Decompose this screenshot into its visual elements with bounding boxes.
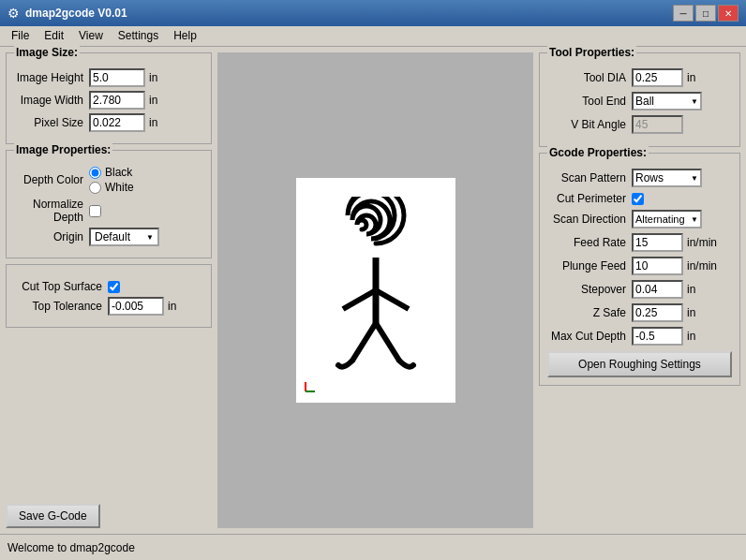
status-text: Welcome to dmap2gcode: [7, 541, 135, 554]
image-height-label: Image Height: [14, 71, 89, 84]
plunge-feed-unit: in/min: [687, 259, 717, 273]
center-canvas: [217, 52, 533, 528]
axes-indicator: [304, 375, 322, 393]
depth-color-black-radio[interactable]: [89, 167, 101, 179]
menu-bar: File Edit View Settings Help: [0, 26, 746, 47]
scan-pattern-value: Rows: [635, 171, 664, 184]
image-height-unit: in: [149, 71, 157, 84]
depth-color-white-label: White: [105, 181, 134, 194]
tool-end-arrow-icon: ▼: [691, 97, 698, 106]
svg-line-2: [343, 290, 376, 309]
menu-file[interactable]: File: [4, 28, 37, 44]
max-cut-depth-unit: in: [687, 330, 695, 343]
tool-end-select[interactable]: Ball ▼: [632, 92, 702, 111]
depth-color-black-label: Black: [105, 166, 132, 179]
tool-dia-label: Tool DIA: [547, 71, 632, 84]
scan-pattern-select[interactable]: Rows ▼: [632, 169, 702, 187]
tool-dia-input[interactable]: [632, 68, 683, 87]
feed-rate-label: Feed Rate: [547, 236, 632, 249]
top-tolerance-label: Top Tolerance: [14, 300, 108, 313]
stepover-input[interactable]: [632, 280, 683, 299]
scan-direction-select[interactable]: Alternating ▼: [632, 210, 702, 228]
image-width-input[interactable]: [89, 91, 145, 110]
tool-properties-label: Tool Properties:: [547, 46, 636, 59]
feed-rate-unit: in/min: [687, 236, 717, 249]
origin-select[interactable]: Default ▼: [89, 228, 159, 246]
pixel-size-label: Pixel Size: [14, 116, 89, 129]
save-gcode-button[interactable]: Save G-Code: [6, 504, 100, 528]
vbit-angle-input[interactable]: [632, 115, 683, 134]
image-height-input[interactable]: [89, 68, 145, 87]
gcode-properties-group: Gcode Properties: Scan Pattern Rows ▼ Cu…: [539, 153, 740, 386]
status-bar: Welcome to dmap2gcode: [0, 534, 746, 560]
svg-line-5: [376, 323, 399, 361]
origin-value: Default: [95, 230, 130, 243]
vbit-angle-label: V Bit Angle: [547, 118, 632, 131]
top-tolerance-unit: in: [168, 300, 176, 313]
cut-top-surface-group: Cut Top Surface Top Tolerance in: [6, 264, 212, 328]
feed-rate-input[interactable]: [632, 233, 683, 252]
minimize-button[interactable]: ─: [673, 5, 694, 22]
image-properties-group: Image Properties: Depth Color Black Whit…: [6, 150, 212, 258]
tool-end-value: Ball: [635, 95, 654, 108]
origin-label: Origin: [14, 230, 89, 243]
scan-pattern-arrow-icon: ▼: [691, 174, 698, 183]
menu-edit[interactable]: Edit: [37, 28, 71, 44]
plunge-feed-label: Plunge Feed: [547, 259, 632, 273]
scan-pattern-label: Scan Pattern: [547, 171, 632, 184]
window-title: dmap2gcode V0.01: [25, 7, 127, 20]
scan-direction-label: Scan Direction: [547, 213, 632, 226]
normalize-depth-label: Normalize Depth: [14, 198, 89, 224]
top-tolerance-input[interactable]: [108, 297, 164, 316]
open-roughing-settings-button[interactable]: Open Roughing Settings: [547, 351, 732, 377]
tool-end-label: Tool End: [547, 95, 632, 108]
zsafe-input[interactable]: [632, 303, 683, 322]
depth-color-white-radio[interactable]: [89, 182, 101, 194]
gcode-properties-label: Gcode Properties:: [547, 146, 649, 159]
stepover-unit: in: [687, 283, 695, 296]
origin-arrow-icon: ▼: [146, 233, 154, 242]
max-cut-depth-label: Max Cut Depth: [547, 330, 632, 343]
image-size-group: Image Size: Image Height in Image Width …: [6, 52, 212, 144]
title-bar: ⚙ dmap2gcode V0.01 ─ □ ✕: [0, 0, 746, 26]
stick-figure-image: [320, 197, 432, 384]
svg-line-3: [376, 290, 409, 309]
max-cut-depth-input[interactable]: [632, 327, 683, 346]
image-properties-label: Image Properties:: [14, 143, 112, 156]
cut-perimeter-checkbox[interactable]: [632, 193, 644, 205]
tool-properties-group: Tool Properties: Tool DIA in Tool End Ba…: [539, 52, 740, 147]
menu-help[interactable]: Help: [166, 28, 204, 44]
pixel-size-unit: in: [149, 116, 157, 129]
app-icon: ⚙: [7, 6, 20, 21]
cut-top-surface-label: Cut Top Surface: [14, 280, 108, 293]
image-size-label: Image Size:: [14, 46, 80, 59]
scan-direction-arrow-icon: ▼: [691, 215, 698, 224]
pixel-size-input[interactable]: [89, 113, 145, 132]
plunge-feed-input[interactable]: [632, 257, 683, 275]
close-button[interactable]: ✕: [718, 5, 739, 22]
scan-direction-value: Alternating: [635, 214, 685, 225]
cut-perimeter-label: Cut Perimeter: [547, 192, 632, 205]
menu-settings[interactable]: Settings: [111, 28, 166, 44]
depth-color-label: Depth Color: [14, 173, 89, 186]
normalize-depth-checkbox[interactable]: [89, 205, 101, 217]
image-display: [296, 178, 455, 403]
tool-dia-unit: in: [687, 71, 695, 84]
menu-view[interactable]: View: [71, 28, 111, 44]
cut-top-surface-checkbox[interactable]: [108, 281, 120, 293]
image-width-label: Image Width: [14, 94, 89, 107]
zsafe-label: Z Safe: [547, 306, 632, 319]
maximize-button[interactable]: □: [695, 5, 716, 22]
image-width-unit: in: [149, 94, 157, 107]
svg-line-4: [352, 323, 376, 361]
stepover-label: Stepover: [547, 283, 632, 296]
zsafe-unit: in: [687, 306, 695, 319]
